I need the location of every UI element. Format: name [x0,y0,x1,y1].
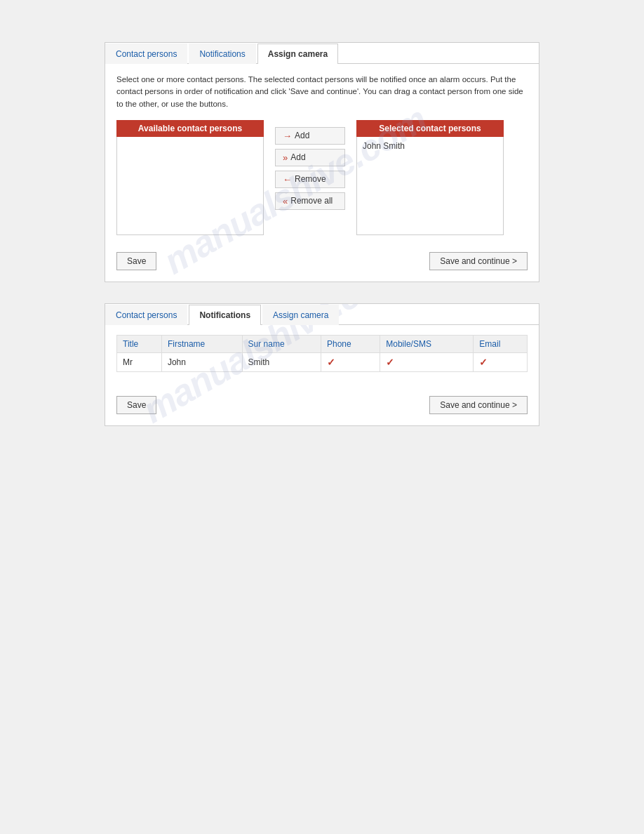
remove-all-button[interactable]: « Remove all [275,192,345,210]
save-continue-button-2[interactable]: Save and continue > [429,396,528,414]
tab-assign-camera-1[interactable]: Assign camera [257,44,338,64]
remove-all-label: Remove all [290,196,333,206]
selected-list-item: John Smith [360,140,500,152]
tab-notifications-2[interactable]: Notifications [189,305,261,325]
arrow-left-icon: ← [283,174,292,185]
selected-header: Selected contact persons [356,120,504,137]
available-header: Available contact persons [116,120,264,137]
check-phone: ✓ [327,357,335,368]
panel-footer-2: Save Save and continue > [105,389,539,414]
cell-email: ✓ [474,352,528,371]
arrow-double-right-icon: » [283,152,288,163]
available-list[interactable] [116,137,264,235]
selected-list[interactable]: John Smith [356,137,504,235]
arrow-right-icon: → [283,131,292,141]
remove-label: Remove [295,174,326,184]
add-all-button[interactable]: » Add [275,149,345,166]
arrow-double-left-icon: « [283,196,288,206]
tab-bar-2: Contact persons Notifications Assign cam… [105,304,539,325]
add-label-1: Add [295,131,309,140]
cell-phone: ✓ [321,352,380,371]
col-phone: Phone [321,335,380,352]
cell-firstname: John [161,352,242,371]
panel-contact-persons: manualshive.com Contact persons Notifica… [105,42,539,282]
tab-contact-persons-1[interactable]: Contact persons [105,44,187,64]
cell-surname: Smith [242,352,321,371]
save-continue-button-1[interactable]: Save and continue > [429,252,528,270]
transfer-buttons: → Add » Add ← Remove « Remove all [264,120,356,217]
check-email: ✓ [479,357,488,368]
col-title: Title [117,335,162,352]
notifications-table: Title Firstname Sur name Phone Mobile/SM… [116,335,528,372]
selected-column: Selected contact persons John Smith [356,120,504,235]
col-email: Email [474,335,528,352]
cell-title: Mr [117,352,162,371]
remove-button[interactable]: ← Remove [275,171,345,188]
add-all-label: Add [290,152,305,162]
contact-columns: Available contact persons → Add » Add ← [116,120,528,235]
col-firstname: Firstname [161,335,242,352]
tab-bar-1: Contact persons Notifications Assign cam… [105,43,539,64]
panel-notifications: manualshive.com Contact persons Notifica… [105,303,539,426]
tab-notifications-1[interactable]: Notifications [189,44,255,64]
col-surname: Sur name [242,335,321,352]
add-button-1[interactable]: → Add [275,127,345,145]
cell-mobile: ✓ [380,352,474,371]
save-button-1[interactable]: Save [116,252,156,270]
tab-assign-camera-2[interactable]: Assign camera [262,305,339,325]
col-mobile: Mobile/SMS [380,335,474,352]
available-column: Available contact persons [116,120,264,235]
tab-contact-persons-2[interactable]: Contact persons [105,305,187,325]
check-mobile: ✓ [386,357,394,368]
panel-footer-1: Save Save and continue > [105,245,539,270]
description-text: Select one or more contact persons. The … [116,74,528,110]
save-button-2[interactable]: Save [116,396,156,414]
table-row: Mr John Smith ✓ ✓ ✓ [117,352,528,371]
